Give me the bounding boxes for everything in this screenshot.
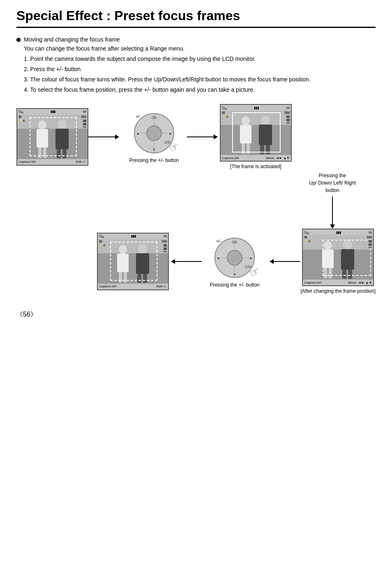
- camera-screen-1: QM ▮▮▮ 38 ▤ ⚡A 5M Capture:SH Edit:+/-: [16, 108, 88, 166]
- svg-text:◄: ◄: [217, 257, 220, 260]
- svg-text:OK: OK: [151, 116, 157, 120]
- screen1-right-icons: [83, 120, 86, 128]
- screen3-group: QM ▮▮▮ 38 ▤ ⚡A 5M Capture:SH Edit:+/-: [97, 233, 169, 290]
- arrow-left-2: [169, 233, 202, 290]
- screen1-bottom: Capture:SH Edit:+/-: [17, 159, 88, 165]
- screen1-group: QM ▮▮▮ 38 ▤ ⚡A 5M Capture:SH Edit:+/-: [16, 108, 88, 166]
- focus-frame-1: [30, 117, 77, 156]
- button-group-top: OK ▼ ◄ ► +/- C/D ☞ Pressing the +/- butt…: [121, 111, 187, 163]
- screen2-number: 38: [286, 106, 290, 110]
- screen3-edit: Edit:+/-: [157, 285, 167, 288]
- bullet-heading: Moving and changing the focus frame: [24, 36, 120, 43]
- screen4-left-icons: ▤ ⚡A: [304, 235, 310, 244]
- camera-screen-3: QM ▮▮▮ 38 ▤ ⚡A 5M Capture:SH Edit:+/-: [97, 233, 169, 290]
- screen4-mode: QM: [304, 230, 309, 235]
- subheading: You can change the focus frame after sel…: [24, 44, 376, 53]
- page-title: Special Effect : Preset focus frames: [16, 8, 376, 28]
- screen1-edit: Edit:+/-: [76, 160, 86, 164]
- screen2-mode: QM: [222, 106, 227, 110]
- focus-frame-3: [110, 242, 157, 281]
- screen4-battery: ▮▮▮: [336, 231, 341, 234]
- screen3-bottom: Capture:SH Edit:+/-: [98, 284, 168, 289]
- svg-text:▼: ▼: [152, 148, 156, 152]
- screen1-capture: Capture:SH: [18, 160, 36, 164]
- screen2-bottom: Capture:SH Move: ◄► ▲▼: [221, 155, 291, 161]
- button-caption-bottom: Pressing the +/- button: [210, 282, 260, 288]
- middle-section: Pressing theUp/ Down/ Left/ Rightbutton: [16, 172, 376, 225]
- screen3-battery: ▮▮▮: [131, 234, 136, 238]
- button-caption-top: Pressing the +/- button: [129, 157, 179, 163]
- screen1-number: 38: [83, 110, 86, 113]
- screen1-left-icons: ▤ ⚡A: [18, 115, 25, 123]
- instructions: You can change the focus frame after sel…: [24, 44, 376, 94]
- screen4-move: Move: ◄► ▲▼: [348, 281, 372, 285]
- arrow-right-2: [187, 108, 220, 166]
- bullet-section: Moving and changing the focus frame You …: [16, 36, 376, 94]
- page-number: 《56》: [16, 310, 376, 319]
- diagrams-wrapper: QM ▮▮▮ 38 ▤ ⚡A 5M Capture:SH Edit:+/-: [16, 104, 376, 294]
- screen2-battery: ▮▮▮: [254, 106, 259, 110]
- svg-text:+/-: +/-: [136, 114, 141, 119]
- screen2-left-icons: ▤ ⚡A: [222, 111, 228, 119]
- button-visual-bottom: OK ▼ ◄ ► +/- C/D ☞: [212, 235, 257, 280]
- screen3-5m: 5M: [162, 239, 167, 243]
- bullet-dot: [16, 38, 21, 42]
- screen4-capture: Capture:SH: [304, 281, 321, 285]
- screen3-number: 38: [163, 234, 167, 238]
- vertical-arrow-group: Pressing theUp/ Down/ Left/ Rightbutton: [293, 172, 376, 225]
- screen2-topbar: QM ▮▮▮ 38: [221, 105, 291, 111]
- screen2-right-icons: [286, 116, 290, 124]
- screen1-5m: 5M: [81, 115, 86, 119]
- svg-text:+/-: +/-: [216, 239, 221, 243]
- screen3-left-icons: ▤ ⚡A: [99, 239, 105, 248]
- screen3-right-icons: [164, 244, 167, 252]
- svg-text:▼: ▼: [233, 273, 236, 276]
- screen4-topbar: QM ▮▮▮ 38: [303, 229, 373, 235]
- svg-text:OK: OK: [232, 240, 238, 244]
- screen2-caption: [The frame is activated]: [230, 164, 281, 169]
- step-1: 1. Point the camera towards the subject …: [24, 55, 376, 63]
- bottom-row: QM ▮▮▮ 38 ▤ ⚡A 5M Capture:SH Move: ◄► ▲▼: [16, 229, 376, 294]
- svg-point-11: [147, 126, 161, 141]
- camera-screen-4: QM ▮▮▮ 38 ▤ ⚡A 5M Capture:SH Move: ◄► ▲▼: [302, 229, 374, 286]
- button-group-bottom: OK ▼ ◄ ► +/- C/D ☞ Pressing the +/- butt…: [202, 235, 267, 288]
- step-2: 2. Press the +/- button.: [24, 65, 376, 74]
- camera-screen-2: QM ▮▮▮ 38 ▤ ⚡A 5M Capture:SH Move: ◄► ▲▼: [220, 104, 292, 162]
- arrow-right-1: [88, 108, 121, 166]
- screen3-mode: QM: [99, 234, 104, 238]
- screen2-move: Move: ◄► ▲▼: [266, 156, 290, 160]
- svg-text:►: ►: [249, 257, 253, 260]
- step-4: 4. To select the focus frame position, p…: [24, 86, 376, 94]
- svg-text:►: ►: [169, 132, 172, 136]
- screen4-number: 38: [368, 231, 372, 234]
- screen1-mode-icon: QM: [18, 109, 23, 114]
- screen2-5m: 5M: [284, 111, 290, 115]
- focus-frame-4-moved: [323, 240, 371, 276]
- screen4-caption: [After changing the frame position]: [300, 288, 376, 294]
- step-3: 3. The colour of focus frame turns white…: [24, 75, 376, 84]
- pressing-updown-label: Pressing theUp/ Down/ Left/ Rightbutton: [309, 172, 356, 194]
- screen1-battery: ▮▮▮: [51, 110, 55, 113]
- svg-text:◄: ◄: [136, 132, 139, 136]
- screen4-right-icons: [369, 240, 372, 248]
- screen1-topbar: QM ▮▮▮ 38: [17, 109, 88, 115]
- screen3-capture: Capture:SH: [99, 285, 116, 288]
- screen3-topbar: QM ▮▮▮ 38: [98, 234, 168, 239]
- screen4-bottom: Capture:SH Move: ◄► ▲▼: [303, 280, 373, 285]
- screen2-group: QM ▮▮▮ 38 ▤ ⚡A 5M Capture:SH Move: ◄► ▲▼: [220, 104, 292, 169]
- button-visual-top: OK ▼ ◄ ► +/- C/D ☞: [131, 111, 177, 156]
- arrow-down: [332, 197, 333, 225]
- screen4-5m: 5M: [367, 235, 372, 239]
- arrow-left-1: [267, 233, 300, 290]
- svg-point-37: [227, 250, 242, 265]
- screen4-group: QM ▮▮▮ 38 ▤ ⚡A 5M Capture:SH Move: ◄► ▲▼: [300, 229, 376, 294]
- screen2-capture: Capture:SH: [222, 156, 239, 160]
- focus-frame-2-active: [232, 112, 281, 153]
- top-row: QM ▮▮▮ 38 ▤ ⚡A 5M Capture:SH Edit:+/-: [16, 104, 376, 169]
